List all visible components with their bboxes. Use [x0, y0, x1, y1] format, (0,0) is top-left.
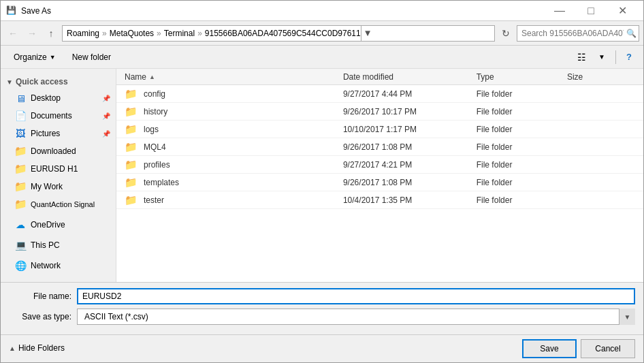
documents-pin-icon: 📌 [102, 112, 110, 120]
hide-folders-label: Hide Folders [18, 343, 65, 353]
documents-icon: 📄 [14, 110, 27, 122]
network-section: 🌐 Network [1, 257, 116, 274]
folder-icon: 📁 [125, 159, 137, 171]
table-row[interactable]: 📁 templates 9/26/2017 1:08 PM File folde… [116, 174, 643, 191]
quick-access-label: Quick access [16, 77, 68, 86]
save-button[interactable]: Save [522, 339, 577, 358]
table-row[interactable]: 📁 config 9/27/2017 4:44 PM File folder [116, 85, 643, 103]
mywork-folder-icon: 📁 [14, 180, 27, 193]
filename-row: File name: [9, 288, 635, 304]
new-folder-button[interactable]: New folder [65, 48, 118, 66]
folder-icon: 📁 [125, 194, 137, 206]
bottom-bar: File name: Save as type: ASCII Text (*.c… [1, 282, 643, 334]
save-as-dialog: 💾 Save As — □ ✕ ← → ↑ Roaming » MetaQuot… [0, 0, 644, 363]
file-date: 9/26/2017 1:08 PM [340, 178, 474, 187]
sidebar-item-mywork[interactable]: 📁 My Work [1, 178, 116, 195]
file-name: templates [144, 178, 179, 187]
column-name[interactable]: Name ▲ [122, 72, 340, 82]
sidebar-item-quantaction-label: QuantAction Signal [31, 200, 95, 208]
file-date: 9/27/2017 4:44 PM [340, 89, 474, 99]
folder-icon: 📁 [125, 123, 137, 136]
file-name: config [144, 89, 165, 99]
sidebar-item-documents-label: Documents [31, 111, 72, 121]
file-list-header: Name ▲ Date modified Type Size [116, 69, 643, 85]
view-dropdown-button[interactable]: ▼ [592, 48, 611, 66]
sidebar-item-mywork-label: My Work [31, 182, 63, 191]
desktop-pin-icon: 📌 [102, 95, 110, 102]
table-row[interactable]: 📁 logs 10/10/2017 1:17 PM File folder [116, 121, 643, 138]
filename-label: File name: [9, 291, 77, 301]
table-row[interactable]: 📁 history 9/26/2017 10:17 PM File folder [116, 103, 643, 121]
actions-area: ▲ Hide Folders Save Cancel [1, 334, 643, 362]
network-icon: 🌐 [14, 259, 27, 272]
help-button[interactable]: ? [620, 48, 638, 66]
search-input[interactable] [521, 29, 624, 38]
sidebar-item-downloaded-label: Downloaded [31, 146, 76, 156]
file-type: File folder [474, 178, 564, 187]
quick-access-section: ▼ Quick access 🖥 Desktop 📌 📄 Documents 📌… [1, 74, 116, 213]
column-type[interactable]: Type [474, 72, 564, 82]
sidebar-item-quantaction[interactable]: 📁 QuantAction Signal [1, 195, 116, 213]
sidebar-item-desktop[interactable]: 🖥 Desktop 📌 [1, 89, 116, 107]
quick-access-header[interactable]: ▼ Quick access [1, 74, 116, 89]
organize-button[interactable]: Organize ▼ [6, 48, 63, 66]
search-box[interactable]: 🔍 [517, 25, 639, 42]
hide-folders-arrow-icon: ▲ [9, 345, 16, 352]
file-name: MQL4 [144, 142, 166, 152]
pictures-icon: 🖼 [14, 127, 27, 140]
close-button[interactable]: ✕ [607, 1, 638, 21]
sidebar-item-network[interactable]: 🌐 Network [1, 257, 116, 274]
forward-button[interactable]: → [24, 25, 40, 42]
file-list: Name ▲ Date modified Type Size 📁 config … [116, 69, 643, 282]
sidebar-item-documents[interactable]: 📄 Documents 📌 [1, 107, 116, 125]
file-type: File folder [474, 195, 564, 205]
cancel-button[interactable]: Cancel [581, 339, 635, 358]
sidebar-item-eurusd-label: EURUSD H1 [31, 164, 78, 174]
thispc-icon: 💻 [14, 239, 27, 251]
sidebar-item-thispc[interactable]: 💻 This PC [1, 236, 116, 254]
view-options-button[interactable]: ☷ [572, 48, 591, 66]
column-size[interactable]: Size [564, 72, 638, 82]
table-row[interactable]: 📁 tester 10/4/2017 1:35 PM File folder [116, 191, 643, 209]
file-name: logs [144, 125, 159, 134]
window-title: Save As [21, 6, 544, 16]
toolbar: Organize ▼ New folder ☷ ▼ ? [1, 46, 643, 69]
up-button[interactable]: ↑ [43, 25, 59, 42]
refresh-button[interactable]: ↻ [498, 25, 514, 42]
quick-access-arrow-icon: ▼ [6, 78, 13, 86]
onedrive-icon: ☁ [14, 219, 27, 231]
sidebar-item-onedrive[interactable]: ☁ OneDrive [1, 216, 116, 234]
folder-icon: 📁 [125, 141, 137, 153]
file-name: tester [144, 195, 164, 205]
sidebar-item-pictures[interactable]: 🖼 Pictures 📌 [1, 125, 116, 142]
folder-icon: 📁 [125, 176, 137, 189]
savetype-row: Save as type: ASCII Text (*.csv) ▼ [9, 309, 635, 325]
address-dropdown-button[interactable]: ▼ [361, 25, 374, 42]
minimize-button[interactable]: — [544, 1, 575, 21]
sidebar-item-pictures-label: Pictures [31, 129, 60, 138]
savetype-select[interactable]: ASCII Text (*.csv) [77, 309, 635, 325]
filename-input[interactable] [77, 288, 635, 304]
maximize-button[interactable]: □ [575, 1, 607, 21]
column-date[interactable]: Date modified [340, 72, 474, 82]
crumb-terminal: Terminal [164, 29, 195, 38]
crumb-metaquotes: MetaQuotes [110, 29, 154, 38]
table-row[interactable]: 📁 MQL4 9/26/2017 1:08 PM File folder [116, 138, 643, 156]
sidebar-item-onedrive-label: OneDrive [31, 220, 65, 230]
back-button[interactable]: ← [5, 25, 21, 42]
table-row[interactable]: 📁 profiles 9/27/2017 4:21 PM File folder [116, 156, 643, 174]
onedrive-section: ☁ OneDrive [1, 216, 116, 234]
window-icon: 💾 [6, 5, 17, 16]
addressbar: ← → ↑ Roaming » MetaQuotes » Terminal » … [1, 21, 643, 46]
sidebar-item-downloaded[interactable]: 📁 Downloaded [1, 142, 116, 160]
folder-icon: 📁 [125, 88, 137, 100]
sidebar-item-eurusd[interactable]: 📁 EURUSD H1 [1, 160, 116, 178]
hide-folders-row[interactable]: ▲ Hide Folders [9, 343, 65, 353]
file-type: File folder [474, 142, 564, 152]
address-path[interactable]: Roaming » MetaQuotes » Terminal » 915566… [62, 25, 495, 42]
actions-row: Save Cancel [522, 338, 635, 358]
file-date: 9/26/2017 10:17 PM [340, 107, 474, 116]
savetype-select-wrapper: ASCII Text (*.csv) ▼ [77, 309, 635, 325]
search-icon: 🔍 [626, 29, 637, 38]
file-name: history [144, 107, 167, 116]
